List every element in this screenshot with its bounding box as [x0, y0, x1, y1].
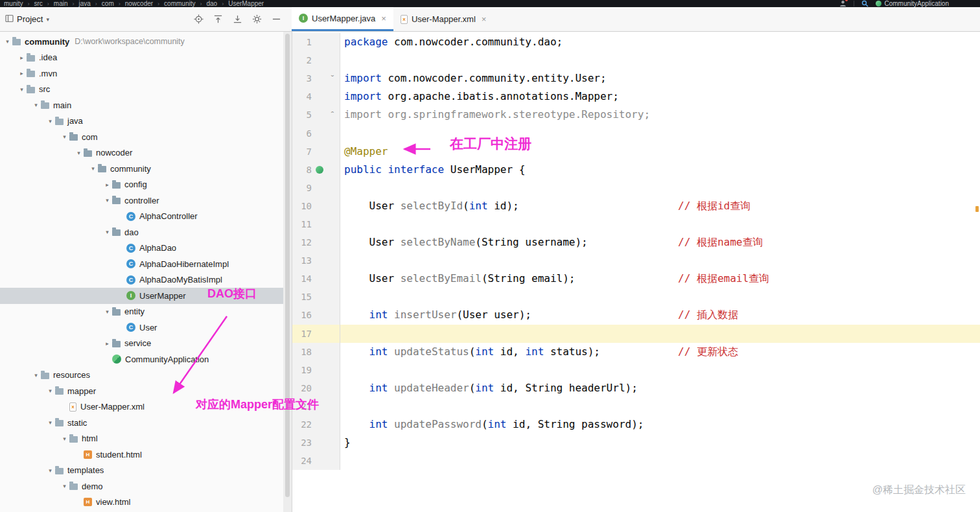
tree-item-resources[interactable]: ▾resources: [0, 367, 283, 384]
tree-item-AlphaDaoHibernateImpl[interactable]: CAlphaDaoHibernateImpl: [0, 256, 283, 272]
chevron-open-icon[interactable]: ▾: [60, 134, 69, 140]
chevron-open-icon[interactable]: ▾: [31, 102, 41, 108]
breadcrumb-item[interactable]: java: [78, 0, 90, 7]
tree-item-student.html[interactable]: Hstudent.html: [0, 447, 283, 463]
code-line-23[interactable]: 23}: [292, 434, 980, 452]
code-line-5[interactable]: 5ˆimport org.springframework.stereotype.…: [292, 106, 980, 124]
tree-item-AlphaController[interactable]: CAlphaController: [0, 209, 283, 225]
tree-item-.mvn[interactable]: ▸.mvn: [0, 65, 283, 82]
tab-User-Mapper.xml[interactable]: xUser-Mapper.xml×: [393, 7, 494, 31]
fold-up-icon[interactable]: ˆ: [327, 110, 338, 120]
tree-item-html[interactable]: ▾html: [0, 431, 283, 447]
tab-UserMapper.java[interactable]: IUserMapper.java×: [292, 7, 393, 31]
code-line-1[interactable]: 1package com.nowcoder.community.dao;: [292, 33, 980, 51]
code-line-9[interactable]: 9: [292, 179, 980, 197]
tree-item-config[interactable]: ▸config: [0, 177, 283, 193]
code-line-3[interactable]: 3ˇimport com.nowcoder.community.entity.U…: [292, 69, 980, 87]
tree-item-CommunityApplication[interactable]: CommunityApplication: [0, 351, 283, 367]
code-line-11[interactable]: 11: [292, 215, 980, 233]
code-line-8[interactable]: 8public interface UserMapper {: [292, 161, 980, 179]
breadcrumb-item[interactable]: com: [102, 0, 114, 7]
chevron-down-icon[interactable]: ▾: [46, 16, 49, 23]
warning-stripe-mark[interactable]: [975, 206, 979, 212]
tree-item-community[interactable]: ▾communityD:\work\workspace\community: [0, 34, 283, 50]
chevron-closed-icon[interactable]: ▸: [102, 181, 112, 188]
breadcrumb-item[interactable]: munity: [4, 0, 23, 7]
tree-item-view.html[interactable]: Hview.html: [0, 495, 283, 511]
code-line-2[interactable]: 2: [292, 51, 980, 69]
tree-item-demo[interactable]: ▾demo: [0, 478, 283, 495]
tree-item-dao[interactable]: ▾dao: [0, 224, 283, 240]
code-line-19[interactable]: 19: [292, 361, 980, 379]
chevron-open-icon[interactable]: ▾: [45, 467, 55, 474]
chevron-open-icon[interactable]: ▾: [45, 118, 55, 124]
tree-item-static[interactable]: ▾static: [0, 415, 283, 431]
spring-bean-icon[interactable]: [312, 166, 327, 174]
settings-gear-icon[interactable]: [252, 14, 262, 24]
tree-item-java[interactable]: ▾java: [0, 113, 283, 130]
code-line-21[interactable]: 21: [292, 397, 980, 415]
code-line-6[interactable]: 6: [292, 124, 980, 142]
fold-down-icon[interactable]: ˇ: [327, 74, 338, 84]
tree-item-templates[interactable]: ▾templates: [0, 463, 283, 479]
tree-item-src[interactable]: ▾src: [0, 82, 283, 98]
chevron-open-icon[interactable]: ▾: [102, 229, 112, 235]
breadcrumb-item[interactable]: UserMapper: [228, 0, 264, 7]
tree-item-User[interactable]: CUser: [0, 320, 283, 336]
chevron-closed-icon[interactable]: ▸: [102, 340, 112, 347]
project-panel-title[interactable]: Project: [17, 14, 43, 24]
code-line-7[interactable]: 7@Mapper: [292, 143, 980, 161]
chevron-open-icon[interactable]: ▾: [60, 483, 69, 489]
project-scrollbar[interactable]: [283, 32, 292, 512]
code-line-4[interactable]: 4import org.apache.ibatis.annotations.Ma…: [292, 87, 980, 106]
chevron-closed-icon[interactable]: ▸: [17, 70, 27, 76]
chevron-open-icon[interactable]: ▾: [17, 86, 27, 93]
close-tab-icon[interactable]: ×: [381, 14, 386, 23]
breadcrumb-item[interactable]: community: [164, 0, 195, 7]
chevron-open-icon[interactable]: ▾: [45, 419, 55, 426]
code-line-13[interactable]: 13: [292, 251, 980, 270]
code-line-12[interactable]: 12 User selectByName(String username);//…: [292, 233, 980, 251]
code-line-18[interactable]: 18 int updateStatus(int id, int status);…: [292, 343, 980, 361]
code-line-10[interactable]: 10 User selectById(int id);// 根据id查询: [292, 197, 980, 215]
search-icon[interactable]: [861, 0, 869, 7]
error-stripe[interactable]: [975, 32, 979, 512]
chevron-closed-icon[interactable]: ▸: [17, 54, 27, 61]
tree-item-.idea[interactable]: ▸.idea: [0, 50, 283, 66]
close-tab-icon[interactable]: ×: [482, 14, 487, 24]
tree-item-controller[interactable]: ▾controller: [0, 192, 283, 209]
scrollbar-thumb[interactable]: [285, 34, 290, 497]
code-line-20[interactable]: 20 int updateHeader(int id, String heade…: [292, 379, 980, 397]
user-profile-icon[interactable]: [839, 0, 846, 7]
tree-item-nowcoder[interactable]: ▾nowcoder: [0, 145, 283, 161]
chevron-open-icon[interactable]: ▾: [31, 372, 41, 378]
locate-file-icon[interactable]: [194, 14, 204, 24]
tree-item-com[interactable]: ▾com: [0, 129, 283, 145]
tree-item-community[interactable]: ▾community: [0, 161, 283, 177]
chevron-open-icon[interactable]: ▾: [74, 150, 84, 156]
breadcrumb-item[interactable]: main: [54, 0, 68, 7]
breadcrumb-item[interactable]: nowcoder: [125, 0, 153, 7]
chevron-open-icon[interactable]: ▾: [45, 388, 55, 394]
code-editor[interactable]: 1package com.nowcoder.community.dao;23ˇi…: [292, 32, 980, 512]
chevron-open-icon[interactable]: ▾: [60, 436, 69, 442]
chevron-open-icon[interactable]: ▾: [102, 197, 112, 204]
tree-item-main[interactable]: ▾main: [0, 97, 283, 113]
collapse-all-icon[interactable]: [213, 14, 223, 24]
code-line-16[interactable]: 16 int insertUser(User user);// 插入数据: [292, 306, 980, 324]
code-line-24[interactable]: 24: [292, 452, 980, 470]
breadcrumb-item[interactable]: src: [34, 0, 42, 7]
code-line-14[interactable]: 14 User selectByEmail(String email);// 根…: [292, 270, 980, 288]
code-line-17[interactable]: 17: [292, 325, 980, 343]
chevron-open-icon[interactable]: ▾: [102, 308, 112, 315]
tree-item-entity[interactable]: ▾entity: [0, 304, 283, 320]
code-line-22[interactable]: 22 int updatePassword(int id, String pas…: [292, 415, 980, 434]
tree-item-service[interactable]: ▸service: [0, 336, 283, 352]
expand-all-icon[interactable]: [233, 14, 242, 24]
breadcrumb-item[interactable]: dao: [206, 0, 217, 7]
hide-panel-icon[interactable]: [272, 14, 281, 24]
tree-item-AlphaDao[interactable]: CAlphaDao: [0, 240, 283, 257]
chevron-open-icon[interactable]: ▾: [88, 165, 98, 172]
chevron-open-icon[interactable]: ▾: [3, 38, 12, 45]
run-configuration[interactable]: CommunityApplication: [876, 0, 950, 7]
